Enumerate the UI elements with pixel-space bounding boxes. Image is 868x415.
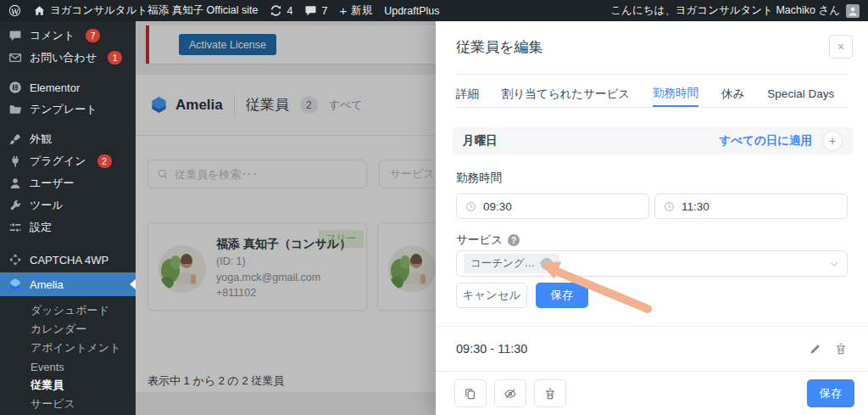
- submenu-label: ダッシュボード: [31, 303, 109, 318]
- chevron-down-icon: [828, 258, 840, 270]
- start-time-input[interactable]: [456, 193, 649, 219]
- user-icon: [8, 177, 22, 190]
- service-tag-label: コーチング…: [470, 256, 535, 271]
- comments-badge: 7: [86, 29, 100, 42]
- sidebar-item-label: 設定: [30, 220, 52, 235]
- submenu-label: Events: [31, 361, 64, 373]
- tab-days-off[interactable]: 休み: [721, 81, 744, 107]
- edit-employee-modal: 従業員を編集 × 詳細 割り当てられたサービス 勤務時間 休み Special …: [436, 21, 868, 415]
- sidebar-item-settings[interactable]: 設定: [0, 216, 136, 238]
- sidebar-item-tools[interactable]: ツール: [0, 194, 136, 216]
- plugin-icon: [8, 154, 22, 168]
- tab-work-hours[interactable]: 勤務時間: [653, 81, 698, 107]
- plus-icon: +: [339, 4, 347, 17]
- submenu-label: 従業員: [31, 378, 64, 393]
- submenu-label: アポイントメント: [31, 340, 120, 356]
- close-icon[interactable]: ×: [829, 35, 853, 59]
- new-content-menu[interactable]: + 新規: [339, 3, 372, 18]
- help-icon[interactable]: ?: [508, 234, 520, 246]
- modal-footer: 保存: [436, 371, 868, 415]
- work-period-text: 09:30 - 11:30: [456, 342, 527, 356]
- submenu-label: サービス: [31, 396, 75, 412]
- work-hours-label: 勤務時間: [456, 171, 502, 186]
- update-icon: [270, 4, 282, 17]
- edit-pencil-icon[interactable]: [809, 342, 822, 356]
- sidebar-item-label: Amelia: [30, 278, 64, 291]
- divider: [456, 74, 848, 75]
- admin-bar-right: こんにちは、ヨガコンサルタント Machiko さん: [610, 3, 860, 18]
- updates-count: 4: [287, 5, 292, 17]
- save-employee-button[interactable]: 保存: [807, 379, 854, 407]
- sidebar-item-comments[interactable]: コメント 7: [0, 25, 136, 47]
- eye-off-icon: [504, 387, 517, 401]
- sidebar-subitem-employees[interactable]: 従業員: [0, 376, 136, 395]
- delete-employee-button[interactable]: [534, 379, 566, 407]
- service-multiselect[interactable]: コーチング… ✕: [456, 250, 848, 277]
- comment-icon: [8, 29, 22, 42]
- comments-indicator[interactable]: 7: [304, 4, 327, 17]
- tab-assigned-services[interactable]: 割り当てられたサービス: [502, 81, 630, 107]
- sidebar-subitem-dashboard[interactable]: ダッシュボード: [0, 301, 136, 320]
- captcha-icon: [8, 253, 22, 266]
- work-period-row: 09:30 - 11:30: [436, 327, 868, 371]
- modal-tabs: 詳細 割り当てられたサービス 勤務時間 休み Special Days: [456, 81, 848, 107]
- apply-to-all-days-link[interactable]: すべての日に適用: [719, 133, 812, 149]
- period-actions: [809, 342, 848, 356]
- sidebar-item-contact[interactable]: お問い合わせ 1: [0, 47, 136, 69]
- sidebar-item-label: プラグイン: [30, 154, 86, 169]
- site-name-link[interactable]: ヨガコンサルタルト福添 真知子 Official site: [33, 3, 258, 18]
- sidebar-item-users[interactable]: ユーザー: [0, 172, 136, 194]
- service-tag: コーチング… ✕: [464, 254, 559, 273]
- updates-indicator[interactable]: 4: [270, 4, 292, 17]
- sidebar-item-templates[interactable]: テンプレート: [0, 98, 136, 121]
- duplicate-employee-button[interactable]: [454, 379, 487, 407]
- site-name: ヨガコンサルタルト福添 真知子 Official site: [50, 3, 258, 18]
- sidebar-item-label: 外観: [30, 132, 52, 147]
- divider: [456, 107, 848, 108]
- sidebar-subitem-events[interactable]: Events: [0, 357, 136, 376]
- tab-details[interactable]: 詳細: [456, 81, 479, 107]
- hide-employee-button[interactable]: [494, 379, 526, 407]
- sidebar-item-elementor[interactable]: Elementor: [0, 76, 136, 98]
- elementor-icon: [8, 81, 22, 94]
- day-name: 月曜日: [463, 133, 498, 149]
- remove-tag-icon[interactable]: ✕: [541, 258, 553, 270]
- plugins-badge: 2: [97, 154, 112, 168]
- sidebar-item-label: お問い合わせ: [30, 50, 97, 65]
- comments-count: 7: [321, 5, 327, 17]
- service-label: サービス: [456, 233, 503, 248]
- end-time-input[interactable]: [654, 193, 848, 219]
- updraftplus-menu[interactable]: UpdraftPlus: [384, 5, 439, 17]
- submenu-label: カレンダー: [31, 322, 86, 337]
- sidebar-subitem-calendar[interactable]: カレンダー: [0, 320, 136, 339]
- start-time-value[interactable]: [483, 200, 534, 213]
- sidebar-item-label: テンプレート: [30, 102, 97, 117]
- modal-title: 従業員を編集: [456, 37, 542, 57]
- wordpress-logo-icon[interactable]: [8, 4, 21, 17]
- delete-period-icon[interactable]: [834, 342, 848, 356]
- user-greeting[interactable]: こんにちは、ヨガコンサルタント Machiko さん: [610, 3, 840, 18]
- sidebar-item-captcha-4wp[interactable]: CAPTCHA 4WP: [0, 249, 136, 271]
- copy-icon: [464, 387, 477, 401]
- clock-icon: [664, 201, 675, 212]
- add-period-button[interactable]: +: [822, 131, 843, 151]
- sidebar-item-plugins[interactable]: プラグイン 2: [0, 150, 136, 172]
- end-time-value[interactable]: [682, 200, 732, 213]
- new-label: 新規: [351, 3, 372, 18]
- user-avatar[interactable]: [846, 4, 860, 18]
- save-period-button[interactable]: 保存: [536, 283, 588, 308]
- sidebar-subitem-appointments[interactable]: アポイントメント: [0, 339, 136, 357]
- admin-bar: ヨガコンサルタルト福添 真知子 Official site 4 7 + 新規 U…: [0, 0, 868, 21]
- admin-sidebar: コメント 7 お問い合わせ 1 Elementor テンプレート 外観 プラグイ…: [0, 21, 136, 415]
- mail-icon: [8, 51, 22, 64]
- sidebar-item-amelia[interactable]: Amelia: [0, 272, 136, 296]
- service-label-row: サービス ?: [456, 233, 520, 248]
- sidebar-item-appearance[interactable]: 外観: [0, 128, 136, 150]
- cancel-button[interactable]: キャンセル: [456, 283, 527, 308]
- amelia-logo-icon: [8, 278, 22, 291]
- settings-icon: [8, 221, 22, 234]
- wrench-icon: [8, 199, 22, 212]
- folder-icon: [8, 103, 22, 116]
- sidebar-subitem-services[interactable]: サービス: [0, 395, 136, 413]
- tab-special-days[interactable]: Special Days: [767, 81, 834, 107]
